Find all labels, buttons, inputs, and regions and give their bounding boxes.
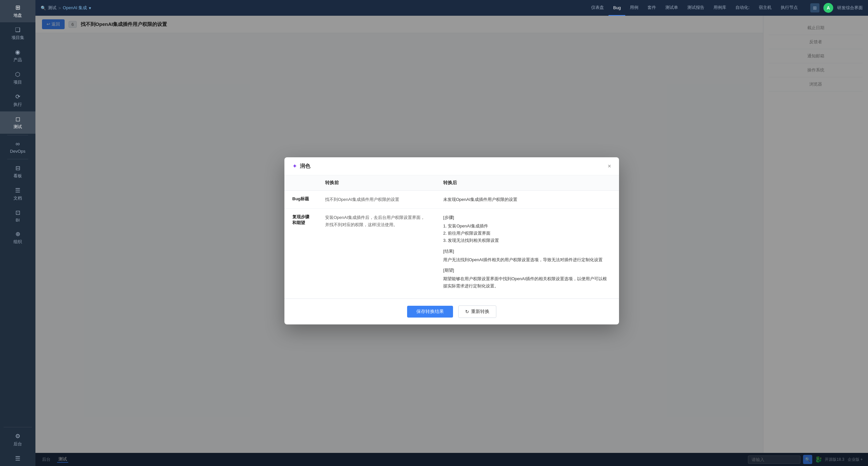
sidebar-divider-1 [7,135,29,135]
after-result-line-1: 用户无法找到OpenAI插件相关的用户权限设置选项，导致无法对插件进行定制化设置 [443,256,611,264]
tab-dashboard[interactable]: 仪表盘 [587,0,609,16]
retry-button[interactable]: ↻ 重新转换 [458,305,496,318]
after-expect-section: [期望] 期望能够在用户权限设置界面中找到OpenAI插件的相关权限设置选项，以… [443,267,611,290]
menu-icon: ☰ [15,455,20,462]
topnav: 🔍 测试 > OpenAI 集成 ▾ 仪表盘 Bug 用例 套件 测试单 测试报… [35,0,868,16]
after-steps-section: [步骤] 1. 安装OpenAI集成插件 2. 前往用户权限设置界面 3. 发现… [443,214,611,244]
modal-footer: 保存转换结果 ↻ 重新转换 [284,299,619,325]
sidebar-item-org-label: 组织 [13,239,22,245]
sidebar-item-execute[interactable]: ⟳ 执行 [0,89,35,111]
project-icon: ⬡ [15,71,20,78]
sidebar-item-home-label: 地盘 [13,12,22,19]
after-steps-line-1: 1. 安装OpenAI集成插件 [443,223,611,230]
modal-table: 转换前 转换后 Bug标题 找不到OpenAI集成插件用户权限的设置 未发现Op… [284,175,619,299]
after-expect-title: [期望] [443,267,611,274]
retry-label: 重新转换 [471,309,490,314]
after-steps-line-2: 2. 前往用户权限设置界面 [443,230,611,237]
board-icon: ⊟ [16,165,20,172]
sidebar-item-backend[interactable]: ⚙ 后台 [0,429,35,451]
tab-auto[interactable]: 自动化: [731,0,754,16]
tab-exec-node[interactable]: 执行节点 [776,0,802,16]
row-repro-after: [步骤] 1. 安装OpenAI集成插件 2. 前往用户权限设置界面 3. 发现… [435,209,619,299]
home-icon: ⊞ [16,4,20,11]
row-bug-label: Bug标题 [284,191,317,209]
sidebar-bottom-divider [4,427,32,427]
modal-close-button[interactable]: × [608,163,611,170]
retry-icon: ↻ [465,309,469,314]
row-bug-before: 找不到OpenAI集成插件用户权限的设置 [317,191,435,209]
table-row: 复现步骤 和期望 安装OpenAI集成插件后，去后台用户权限设置界面，并找不到对… [284,209,619,299]
sidebar-item-devops-label: DevOps [10,149,26,154]
breadcrumb-dropdown-icon[interactable]: ▾ [89,6,91,10]
backend-icon: ⚙ [15,433,20,440]
breadcrumb-item-openai[interactable]: OpenAI 集成 [63,5,87,11]
sidebar-item-product[interactable]: ◉ 产品 [0,44,35,67]
avatar[interactable]: A [824,3,833,13]
topnav-label[interactable]: 研发综合界面 [837,5,863,11]
execute-icon: ⟳ [16,93,20,100]
sidebar: ⊞ 地盘 ❏ 项目集 ◉ 产品 ⬡ 项目 ⟳ 执行 ◻ 测试 ∞ DevOps … [0,0,35,466]
sidebar-item-project-set-label: 项目集 [11,35,24,41]
org-icon: ⊕ [16,230,20,238]
search-icon: 🔍 [41,6,46,10]
content-area: ↩ 返回 6 找不到OpenAI集成插件用户权限的设置 + 提Bug 截止日期 … [35,16,868,466]
sidebar-item-product-label: 产品 [13,57,22,63]
topnav-right: ⊞ A 研发综合界面 [810,3,863,13]
tab-bug[interactable]: Bug [609,0,625,16]
tab-case-lib[interactable]: 用例库 [709,0,731,16]
product-icon: ◉ [15,48,20,56]
sidebar-item-home[interactable]: ⊞ 地盘 [0,0,35,22]
sidebar-item-test[interactable]: ◻ 测试 [0,111,35,134]
devops-icon: ∞ [16,141,20,147]
sidebar-item-org[interactable]: ⊕ 组织 [0,227,35,249]
sidebar-bottom: ⚙ 后台 ☰ [0,427,35,466]
sidebar-item-project[interactable]: ⬡ 项目 [0,67,35,89]
tab-test-plan[interactable]: 测试单 [661,0,683,16]
tab-suite[interactable]: 套件 [643,0,661,16]
modal-title: 润色 [300,163,310,170]
sidebar-item-test-label: 测试 [13,124,22,130]
bi-icon: ⊡ [16,209,20,216]
after-steps-line-3: 3. 发现无法找到相关权限设置 [443,237,611,244]
row-bug-after: 未发现OpenAI集成插件用户权限的设置 [435,191,619,209]
table-row: Bug标题 找不到OpenAI集成插件用户权限的设置 未发现OpenAI集成插件… [284,191,619,209]
after-result-section: [结果] 用户无法找到OpenAI插件相关的用户权限设置选项，导致无法对插件进行… [443,248,611,264]
sidebar-item-bi[interactable]: ⊡ BI [0,205,35,227]
sidebar-item-project-label: 项目 [13,79,22,85]
grid-icon[interactable]: ⊞ [810,3,819,12]
topnav-tabs: 仪表盘 Bug 用例 套件 测试单 测试报告 用例库 自动化: 宿主机 执行节点 [587,0,802,16]
sidebar-item-doc[interactable]: ☰ 文档 [0,183,35,205]
tab-case[interactable]: 用例 [625,0,643,16]
modal-dialog: ✦ 润色 × 转换前 转换后 [284,157,619,325]
col-after-header: 转换后 [435,175,619,191]
col-empty [284,175,317,191]
modal-overlay: ✦ 润色 × 转换前 转换后 [35,16,868,466]
breadcrumb-separator: > [58,6,61,10]
modal-body: 转换前 转换后 Bug标题 找不到OpenAI集成插件用户权限的设置 未发现Op… [284,175,619,299]
main-wrapper: 🔍 测试 > OpenAI 集成 ▾ 仪表盘 Bug 用例 套件 测试单 测试报… [35,0,868,466]
sidebar-item-backend-label: 后台 [13,441,22,447]
breadcrumb: 🔍 测试 > OpenAI 集成 ▾ [41,5,91,11]
breadcrumb-item-test[interactable]: 测试 [48,5,56,11]
modal-header: ✦ 润色 × [284,157,619,175]
tab-report[interactable]: 测试报告 [683,0,709,16]
doc-icon: ☰ [15,187,20,194]
sidebar-item-board-label: 看板 [13,173,22,179]
project-set-icon: ❏ [15,26,20,33]
sidebar-item-doc-label: 文档 [13,195,22,201]
modal-icon: ✦ [292,163,297,170]
test-icon: ◻ [16,115,20,123]
tab-host[interactable]: 宿主机 [754,0,776,16]
sidebar-item-devops[interactable]: ∞ DevOps [0,137,35,158]
after-steps-title: [步骤] [443,214,611,221]
sidebar-divider-2 [7,159,29,159]
save-button[interactable]: 保存转换结果 [407,306,453,318]
sidebar-item-execute-label: 执行 [13,102,22,107]
sidebar-item-project-set[interactable]: ❏ 项目集 [0,22,35,44]
sidebar-item-board[interactable]: ⊟ 看板 [0,161,35,183]
row-repro-label: 复现步骤 和期望 [284,209,317,299]
after-expect-line-1: 期望能够在用户权限设置界面中找到OpenAI插件的相关权限设置选项，以便用户可以… [443,275,611,290]
row-repro-before: 安装OpenAI集成插件后，去后台用户权限设置界面，并找不到对应的权限，这样没法… [317,209,435,299]
after-result-title: [结果] [443,248,611,255]
sidebar-item-menu[interactable]: ☰ [0,451,35,466]
